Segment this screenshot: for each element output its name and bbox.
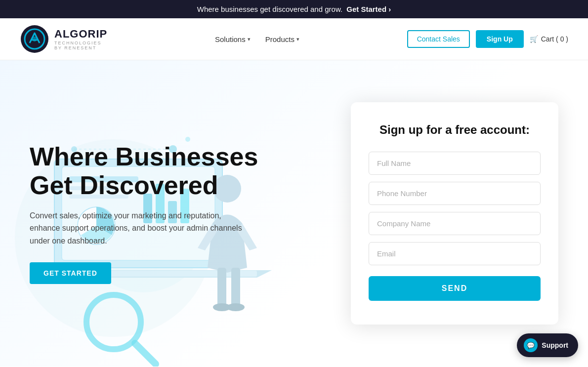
nav-actions: Contact Sales Sign Up 🛒 Cart ( 0 ) [407, 30, 568, 48]
svg-point-20 [227, 303, 245, 311]
phone-group [369, 182, 541, 205]
support-icon: 💬 [524, 338, 538, 352]
cart-area[interactable]: 🛒 Cart ( 0 ) [530, 35, 568, 43]
email-group [369, 242, 541, 265]
svg-point-2 [32, 37, 37, 41]
hero-section: Where Businesses Get Discovered Convert … [0, 60, 588, 367]
nav-links: Solutions ▾ Products ▾ [215, 35, 299, 43]
signup-card: Sign up for a free account: SEND [351, 102, 558, 324]
signup-button[interactable]: Sign Up [476, 30, 524, 48]
navbar: ALGORIP TECHNOLOGIES BY RENESENT Solutio… [0, 18, 588, 60]
cart-icon: 🛒 [530, 35, 538, 43]
chevron-down-icon: ▾ [296, 36, 299, 42]
email-input[interactable] [369, 242, 541, 265]
chevron-down-icon: ▾ [248, 36, 251, 42]
company-group [369, 212, 541, 235]
phone-input[interactable] [369, 182, 541, 205]
svg-point-19 [213, 303, 231, 311]
announcement-bar: Where businesses get discovered and grow… [0, 0, 588, 18]
nav-products[interactable]: Products ▾ [265, 35, 299, 43]
svg-point-21 [86, 295, 141, 349]
logo-area: ALGORIP TECHNOLOGIES BY RENESENT [20, 24, 107, 54]
full-name-group [369, 152, 541, 175]
get-started-button[interactable]: GET STARTED [30, 262, 111, 284]
hero-title: Where Businesses Get Discovered [30, 143, 316, 199]
company-input[interactable] [369, 212, 541, 235]
logo-text: ALGORIP TECHNOLOGIES BY RENESENT [54, 28, 107, 50]
signup-title: Sign up for a free account: [369, 122, 541, 137]
send-button[interactable]: SEND [369, 276, 541, 301]
logo-title: ALGORIP [54, 28, 107, 41]
full-name-input[interactable] [369, 152, 541, 175]
hero-left: Where Businesses Get Discovered Convert … [30, 143, 316, 284]
logo-icon [20, 24, 49, 54]
announcement-cta[interactable]: Get Started › [346, 5, 391, 13]
contact-sales-button[interactable]: Contact Sales [407, 30, 470, 48]
nav-solutions[interactable]: Solutions ▾ [215, 35, 251, 43]
announcement-arrow: › [388, 5, 391, 13]
svg-line-22 [135, 343, 156, 364]
logo-subtitle: TECHNOLOGIES [54, 41, 107, 45]
svg-point-24 [185, 137, 190, 142]
announcement-text: Where businesses get discovered and grow… [197, 5, 342, 13]
support-button[interactable]: 💬 Support [517, 333, 578, 357]
hero-description: Convert sales, optimize your marketing a… [30, 209, 247, 247]
logo-byline: BY RENESENT [54, 45, 107, 50]
cart-label: Cart ( 0 ) [541, 35, 568, 43]
support-label: Support [542, 341, 568, 349]
